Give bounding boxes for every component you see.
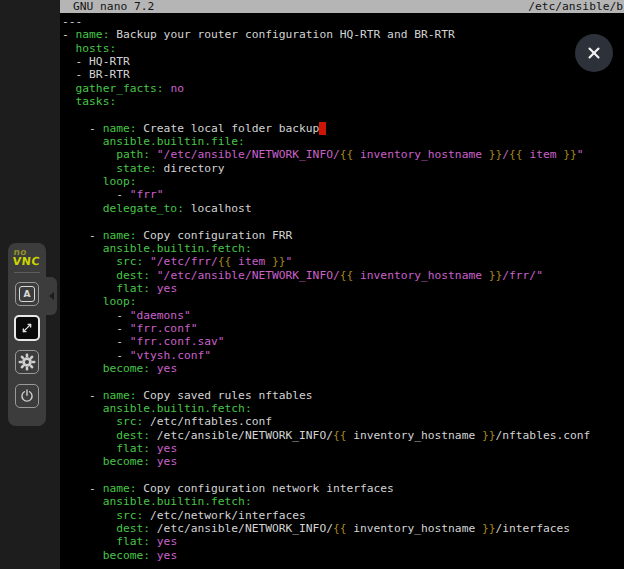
novnc-control-bar: no VNC A [8,243,46,426]
code-line[interactable]: flat: yes [62,442,590,455]
code-line[interactable]: ansible.builtin.fetch: [62,495,590,508]
keyboard-a-glyph: A [24,290,31,299]
code-line[interactable]: ansible.builtin.fetch: [62,402,590,415]
code-line[interactable]: tasks: [62,95,590,108]
control-bar-handle[interactable] [46,277,57,315]
code-line[interactable]: - "daemons" [62,309,590,322]
nano-filename: /etc/ansible/b [528,0,623,13]
code-line[interactable]: delegate_to: localhost [62,202,590,215]
code-line[interactable]: ansible.builtin.fetch: [62,242,590,255]
code-line[interactable]: - "frr.conf.sav" [62,335,590,348]
code-line[interactable]: become: yes [62,549,590,562]
novnc-logo: no VNC [12,248,41,266]
nano-buffer[interactable]: ---- name: Backup your router configurat… [62,15,590,562]
novnc-logo-text-vnc: VNC [12,257,40,266]
control-bar-divider [14,272,40,273]
code-line[interactable] [62,469,590,482]
gear-icon [18,353,36,371]
fullscreen-icon [19,320,35,336]
close-icon [586,45,602,61]
code-line[interactable]: dest: /etc/ansible/NETWORK_INFO/{{ inven… [62,429,590,442]
code-line[interactable]: - "frr" [62,188,590,201]
code-line[interactable]: loop: [62,175,590,188]
collapse-arrow-icon [49,292,54,300]
close-button[interactable] [575,34,613,72]
code-line[interactable]: path: "/etc/ansible/NETWORK_INFO/{{ inve… [62,148,590,161]
code-line[interactable]: become: yes [62,455,590,468]
code-line[interactable]: src: /etc/nftables.conf [62,415,590,428]
code-line[interactable]: - name: Copy saved rules nftables [62,389,590,402]
code-line[interactable]: --- [62,15,590,28]
code-line[interactable]: ansible.builtin.file: [62,135,590,148]
power-icon [19,388,35,404]
fullscreen-button[interactable] [14,315,40,341]
vnc-viewport: no VNC A [0,0,624,569]
code-line[interactable]: flat: yes [62,535,590,548]
code-line[interactable]: state: directory [62,162,590,175]
code-line[interactable]: become: yes [62,362,590,375]
extra-keys-button[interactable]: A [15,282,39,306]
code-line[interactable]: gather_facts: no [62,82,590,95]
code-line[interactable]: - "frr.conf" [62,322,590,335]
code-line[interactable]: - "vtysh.conf" [62,349,590,362]
code-line[interactable] [62,215,590,228]
code-line[interactable]: - name: Copy configuration network inter… [62,482,590,495]
code-line[interactable]: - name: Create local folder backup [62,122,590,135]
code-line[interactable]: - name: Copy configuration FRR [62,229,590,242]
code-line[interactable]: flat: yes [62,282,590,295]
code-line[interactable]: - name: Backup your router configuration… [62,28,590,41]
nano-titlebar: GNU nano 7.2 /etc/ansible/b [60,0,624,13]
code-line[interactable]: src: "/etc/frr/{{ item }}" [62,255,590,268]
code-line[interactable]: - BR-RTR [62,68,590,81]
text-cursor [319,122,326,135]
code-line[interactable]: hosts: [62,42,590,55]
vnc-background-strip: no VNC A [0,0,60,569]
settings-button[interactable] [15,350,39,374]
code-line[interactable]: dest: "/etc/ansible/NETWORK_INFO/{{ inve… [62,269,590,282]
power-button[interactable] [15,384,39,408]
code-line[interactable] [62,108,590,121]
code-line[interactable]: loop: [62,295,590,308]
nano-version: GNU nano 7.2 [73,0,154,13]
code-line[interactable]: dest: /etc/ansible/NETWORK_INFO/{{ inven… [62,522,590,535]
keyboard-a-icon: A [19,286,35,302]
terminal-window[interactable]: GNU nano 7.2 /etc/ansible/b ---- name: B… [60,0,624,569]
code-line[interactable]: - HQ-RTR [62,55,590,68]
code-line[interactable]: src: /etc/network/interfaces [62,509,590,522]
code-line[interactable] [62,375,590,388]
